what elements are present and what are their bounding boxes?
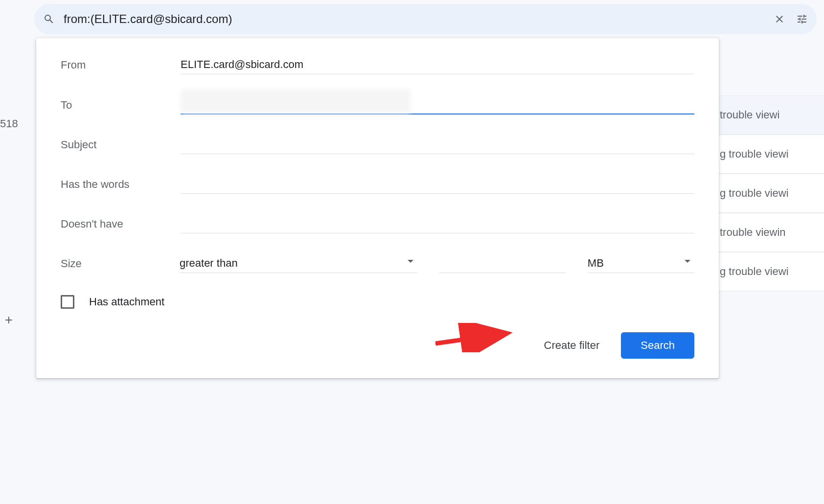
doesnt-have-label: Doesn't have xyxy=(61,218,181,233)
email-row[interactable]: g trouble viewi xyxy=(717,174,824,213)
email-row[interactable]: g trouble viewi xyxy=(717,135,824,174)
size-value-input[interactable] xyxy=(439,254,566,273)
email-list-partial: trouble viewi g trouble viewi g trouble … xyxy=(717,95,824,291)
search-filter-panel: From To Subject Has the words Doesn't ha… xyxy=(36,38,719,378)
has-words-input[interactable] xyxy=(181,175,694,194)
doesnt-have-input[interactable] xyxy=(181,214,694,233)
plus-icon[interactable]: + xyxy=(0,312,18,328)
search-bar xyxy=(34,4,817,34)
partial-number: 518 xyxy=(0,117,18,130)
clear-icon[interactable] xyxy=(774,13,785,25)
subject-input[interactable] xyxy=(181,135,694,154)
size-operator-value: greater than xyxy=(180,254,417,273)
has-attachment-checkbox[interactable] xyxy=(61,295,74,309)
size-unit-value: MB xyxy=(588,254,694,273)
search-options-icon[interactable] xyxy=(796,13,808,25)
redacted-content xyxy=(181,89,411,114)
email-row[interactable]: trouble viewin xyxy=(717,213,824,252)
size-label: Size xyxy=(61,257,180,273)
chevron-down-icon xyxy=(685,260,690,263)
has-words-label: Has the words xyxy=(61,178,181,194)
search-input[interactable] xyxy=(64,12,763,26)
email-row[interactable]: trouble viewi xyxy=(717,95,824,135)
from-input[interactable] xyxy=(181,55,694,74)
search-button[interactable]: Search xyxy=(621,332,694,359)
to-label: To xyxy=(61,99,181,115)
create-filter-button[interactable]: Create filter xyxy=(542,334,602,357)
size-unit-select[interactable]: MB xyxy=(588,254,694,273)
has-attachment-label: Has attachment xyxy=(89,296,164,308)
email-row[interactable]: g trouble viewi xyxy=(717,252,824,291)
size-operator-select[interactable]: greater than xyxy=(180,254,417,273)
from-label: From xyxy=(61,59,181,74)
chevron-down-icon xyxy=(408,260,413,263)
subject-label: Subject xyxy=(61,138,181,154)
search-icon[interactable] xyxy=(43,13,55,25)
